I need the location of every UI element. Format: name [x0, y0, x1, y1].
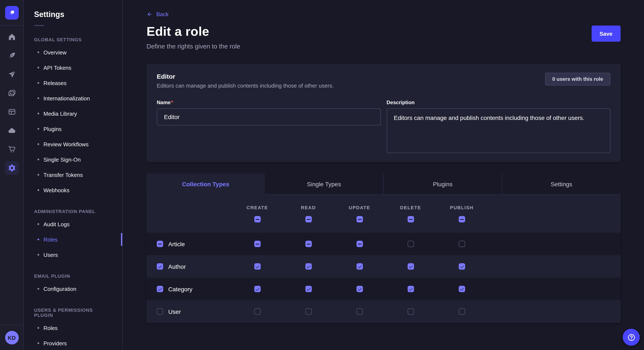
tab-settings[interactable]: Settings	[502, 174, 621, 195]
role-description-text: Editors can manage and publish contents …	[157, 82, 334, 89]
table-row-category: Category	[146, 278, 620, 300]
permissions-tabs: Collection Types Single Types Plugins Se…	[146, 174, 620, 195]
article-publish-checkbox[interactable]	[458, 241, 465, 247]
sidebar-item-transfer-tokens[interactable]: Transfer Tokens	[24, 167, 122, 182]
back-link[interactable]: Back	[146, 11, 169, 17]
select-all-delete-checkbox[interactable]	[408, 216, 414, 222]
sidebar-item-audit-logs[interactable]: Audit Logs	[24, 216, 122, 232]
bullet-icon	[38, 239, 39, 240]
select-all-create-checkbox[interactable]	[254, 216, 260, 222]
sidebar-item-plugins[interactable]: Plugins	[24, 121, 122, 137]
article-create-checkbox[interactable]	[254, 241, 260, 247]
author-read-checkbox[interactable]	[305, 263, 312, 270]
column-create: CREATE	[232, 205, 283, 222]
row-checkbox-user[interactable]	[157, 308, 163, 315]
article-update-checkbox[interactable]	[356, 241, 363, 247]
users-with-role-button[interactable]: 0 users with this role	[545, 73, 610, 85]
author-update-checkbox[interactable]	[356, 263, 363, 270]
description-field-group: Description Editors can manage and publi…	[386, 98, 610, 153]
category-update-checkbox[interactable]	[356, 286, 363, 292]
sidebar-item-overview[interactable]: Overview	[24, 45, 122, 60]
tab-single-types[interactable]: Single Types	[265, 174, 383, 195]
author-create-checkbox[interactable]	[254, 263, 260, 270]
author-delete-checkbox[interactable]	[408, 263, 414, 270]
sidebar-item-internationalization[interactable]: Internationalization	[24, 91, 122, 106]
sidebar-item-webhooks[interactable]: Webhooks	[24, 182, 122, 198]
category-delete-checkbox[interactable]	[408, 286, 414, 292]
user-read-checkbox[interactable]	[305, 308, 312, 315]
row-checkbox-article[interactable]	[157, 241, 163, 247]
row-checkbox-category[interactable]	[157, 286, 163, 292]
subnav-title: Settings	[34, 10, 112, 19]
bullet-icon	[38, 288, 39, 290]
sidebar-item-releases[interactable]: Releases	[24, 75, 122, 91]
avatar[interactable]: KD	[5, 331, 18, 345]
layout-icon[interactable]	[5, 105, 18, 119]
gear-icon[interactable]	[5, 161, 18, 175]
bullet-icon	[38, 189, 39, 191]
sidebar-item-roles-admin[interactable]: Roles	[24, 232, 122, 247]
sidebar-item-media-library[interactable]: Media Library	[24, 106, 122, 121]
help-button[interactable]	[623, 329, 640, 346]
cart-icon[interactable]	[5, 143, 18, 156]
sidebar-item-single-sign-on[interactable]: Single Sign-On	[24, 152, 122, 167]
page-subtitle: Define the rights given to the role	[146, 42, 240, 50]
name-field-group: Name*	[157, 98, 380, 153]
select-all-update-checkbox[interactable]	[356, 216, 363, 222]
main-content: Back Edit a role Define the rights given…	[123, 0, 644, 350]
paper-plane-icon[interactable]	[5, 68, 18, 81]
user-publish-checkbox[interactable]	[458, 308, 465, 315]
sidebar-item-providers[interactable]: Providers	[24, 336, 122, 350]
images-icon[interactable]	[5, 86, 18, 100]
bullet-icon	[38, 174, 39, 176]
select-all-publish-checkbox[interactable]	[458, 216, 465, 222]
row-checkbox-author[interactable]	[157, 263, 163, 270]
user-delete-checkbox[interactable]	[408, 308, 414, 315]
column-publish: PUBLISH	[436, 205, 487, 222]
sidebar-item-api-tokens[interactable]: API Tokens	[24, 60, 122, 75]
feather-icon[interactable]	[5, 49, 18, 62]
sidebar-item-review-workflows[interactable]: Review Workflows	[24, 137, 122, 152]
category-create-checkbox[interactable]	[254, 286, 260, 292]
page-title: Edit a role	[146, 24, 240, 39]
sidebar-item-users[interactable]: Users	[24, 247, 122, 262]
sidebar-item-configuration[interactable]: Configuration	[24, 281, 122, 296]
save-button[interactable]: Save	[592, 25, 620, 42]
article-read-checkbox[interactable]	[305, 241, 312, 247]
row-label: Author	[168, 263, 186, 270]
strapi-logo-icon	[8, 9, 16, 16]
row-label: Category	[168, 286, 192, 292]
user-update-checkbox[interactable]	[356, 308, 363, 315]
user-create-checkbox[interactable]	[254, 308, 260, 315]
column-delete: DELETE	[385, 205, 436, 222]
author-publish-checkbox[interactable]	[458, 263, 465, 270]
section-global-settings: GLOBAL SETTINGS	[34, 37, 112, 42]
role-info-card: Editor Editors can manage and publish co…	[146, 64, 620, 162]
back-label: Back	[156, 11, 169, 17]
tab-plugins[interactable]: Plugins	[383, 174, 502, 195]
app-window: KD Settings GLOBAL SETTINGS Overview API…	[0, 0, 644, 350]
icon-rail: KD	[0, 0, 24, 350]
bullet-icon	[38, 159, 39, 160]
permissions-header-row: CREATE READ UPDATE DELETE PUBLISH	[146, 195, 620, 233]
name-input[interactable]	[157, 108, 380, 126]
bullet-icon	[38, 327, 39, 329]
table-row-user: User	[146, 300, 620, 323]
table-row-article: Article	[146, 233, 620, 255]
select-all-read-checkbox[interactable]	[305, 216, 312, 222]
role-name-heading: Editor	[157, 73, 334, 80]
bullet-icon	[38, 97, 39, 99]
category-read-checkbox[interactable]	[305, 286, 312, 292]
home-icon[interactable]	[5, 30, 18, 44]
row-label: User	[168, 308, 181, 315]
sidebar-item-roles-up[interactable]: Roles	[24, 320, 122, 336]
description-textarea[interactable]: Editors can manage and publish contents …	[386, 108, 610, 153]
article-delete-checkbox[interactable]	[408, 241, 414, 247]
tab-collection-types[interactable]: Collection Types	[146, 174, 265, 195]
strapi-logo[interactable]	[5, 6, 18, 19]
section-administration-panel: ADMINISTRATION PANEL	[34, 209, 112, 214]
permissions-panel: CREATE READ UPDATE DELETE PUBLISH	[146, 195, 620, 323]
category-publish-checkbox[interactable]	[458, 286, 465, 292]
bullet-icon	[38, 342, 39, 344]
cloud-icon[interactable]	[5, 124, 18, 137]
